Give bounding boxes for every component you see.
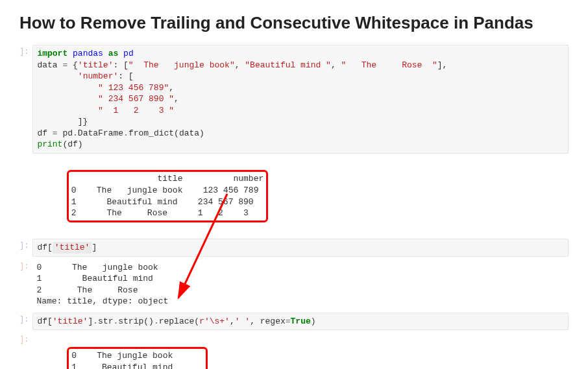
prompt-out: ]: [19, 333, 32, 344]
prompt-blank [19, 156, 32, 159]
output-1: title number 0 The jungle book 123 456 7… [32, 156, 569, 236]
highlight-box-1: title number 0 The jungle book 123 456 7… [67, 170, 268, 222]
code-input-3[interactable]: df['title'].str.strip().replace(r'\s+','… [32, 313, 569, 331]
prompt-in: ]: [19, 239, 32, 250]
prompt-in: ]: [19, 313, 32, 324]
output-cell-2: ]: 0 The jungle book 1 Beautiful mind 2 … [19, 259, 569, 310]
code-input-2[interactable]: df['title'] [32, 239, 569, 257]
code-cell-2: ]: df['title'] [19, 239, 569, 257]
output-cell-3: ]: 0 The jungle book 1 Beautiful mind 2 … [19, 333, 569, 369]
page-title: How to Remove Trailing and Consecutive W… [19, 13, 569, 33]
output-cell-1: title number 0 The jungle book 123 456 7… [19, 156, 569, 236]
output-3: 0 The jungle book 1 Beautiful mind 2 The… [32, 333, 569, 369]
output-2: 0 The jungle book 1 Beautiful mind 2 The… [32, 259, 569, 310]
prompt-out: ]: [19, 259, 32, 271]
highlight-box-2: 0 The jungle book 1 Beautiful mind 2 The… [67, 347, 208, 369]
code-cell-3: ]: df['title'].str.strip().replace(r'\s+… [19, 313, 569, 331]
code-cell-1: ]: import pandas as pd data = {'title': … [19, 45, 569, 154]
code-input-1[interactable]: import pandas as pd data = {'title': [" … [32, 45, 569, 154]
prompt-in: ]: [19, 45, 32, 56]
